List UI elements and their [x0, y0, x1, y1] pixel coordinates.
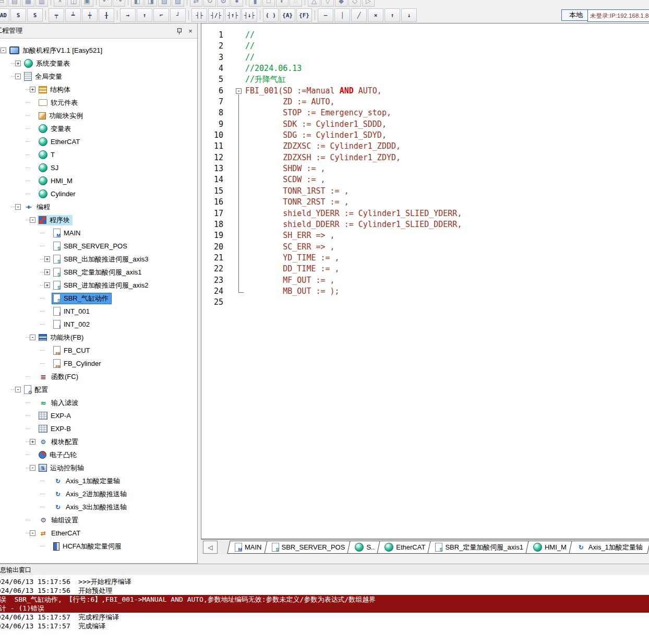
- doc-tab[interactable]: MAIN: [229, 541, 268, 554]
- tree-expander[interactable]: +: [30, 87, 35, 92]
- contact-rising-button[interactable]: ┤↑├: [225, 8, 241, 22]
- delete-element-button[interactable]: ×: [368, 8, 383, 22]
- toolbar-icon[interactable]: ◐: [276, 0, 289, 7]
- tree-item[interactable]: EtherCAT: [0, 135, 197, 148]
- function-instruction-button[interactable]: {F}: [296, 8, 312, 22]
- toolbar-icon[interactable]: ▦: [22, 0, 34, 7]
- toolbar-icon[interactable]: ▨: [172, 0, 184, 7]
- toolbar-icon[interactable]: ↷: [113, 0, 125, 7]
- tree-expander[interactable]: -: [30, 217, 35, 223]
- tree-item[interactable]: MAIN: [0, 226, 197, 240]
- application-instruction-button[interactable]: {A}: [280, 8, 295, 22]
- tree-item[interactable]: EXP-B: [0, 422, 197, 435]
- tree-expander[interactable]: +: [44, 282, 50, 288]
- tree-item[interactable]: -程序块: [0, 213, 197, 226]
- tree-expander[interactable]: -: [1, 47, 6, 53]
- toolbar-icon[interactable]: ◌: [290, 0, 302, 7]
- tree-item[interactable]: -加酸机程序V1.1 [Easy521]: [0, 44, 197, 57]
- doc-tab[interactable]: SBR_定量加酸伺服_axis1: [429, 541, 530, 554]
- lad-editor-button[interactable]: LAD: [0, 8, 9, 22]
- fold-collapse-icon[interactable]: -: [236, 88, 242, 94]
- contact-nc-button[interactable]: ┤/├: [208, 8, 224, 22]
- delete-line-button[interactable]: ╱: [351, 8, 367, 22]
- doc-tab[interactable]: HMI_M: [527, 541, 573, 554]
- tree-expander[interactable]: -: [15, 204, 21, 210]
- tree-item[interactable]: +模块配置: [0, 435, 197, 448]
- tree-item[interactable]: -编程: [0, 200, 197, 213]
- toolbar-icon[interactable]: ↶: [99, 0, 112, 7]
- output-line[interactable]: 2024/06/13 15:17:57 完成编译: [0, 622, 649, 630]
- toolbar-icon[interactable]: ◆: [335, 0, 347, 7]
- toolbar-icon[interactable]: ◨: [145, 0, 157, 7]
- tree-expander[interactable]: -: [30, 465, 35, 471]
- code-editor[interactable]: 1234567891011121314151617181920212223242…: [201, 23, 649, 539]
- toolbar-icon[interactable]: ◇: [348, 0, 361, 7]
- draw-corner-up-button[interactable]: ⌐: [153, 8, 169, 22]
- draw-line-right-button[interactable]: →: [120, 8, 136, 22]
- st-editor-2-button[interactable]: S: [27, 8, 43, 22]
- move-down-button[interactable]: ↓: [401, 8, 417, 22]
- tree-item[interactable]: HMI_M: [0, 174, 197, 187]
- tree-expander[interactable]: +: [30, 439, 35, 445]
- local-mode-button[interactable]: 本地: [561, 9, 591, 21]
- tree-item[interactable]: EXP-A: [0, 409, 197, 422]
- tree-item[interactable]: T: [0, 148, 197, 161]
- insert-rung-above-button[interactable]: ┯: [49, 8, 64, 22]
- tree-expander[interactable]: +: [44, 269, 50, 275]
- tree-expander[interactable]: +: [44, 256, 50, 262]
- doc-tab[interactable]: SBR_SERVER_POS: [266, 541, 352, 554]
- toolbar-icon[interactable]: △: [308, 0, 320, 7]
- toolbar-icon[interactable]: ▥: [35, 0, 48, 7]
- delete-branch-button[interactable]: ╂: [99, 8, 114, 22]
- tree-item[interactable]: INT_002: [0, 318, 197, 331]
- contact-falling-button[interactable]: ┤↓├: [242, 8, 257, 22]
- tree-item[interactable]: +SBR_进加酸推进伺服_axis2: [0, 279, 197, 292]
- tree-item[interactable]: INT_001: [0, 305, 197, 318]
- tree-item[interactable]: -运动控制轴: [0, 461, 197, 474]
- toolbar-icon[interactable]: ▣: [81, 0, 93, 7]
- output-line[interactable]: 合计 - (1)错误: [0, 604, 649, 613]
- tree-item[interactable]: HCFA加酸定量伺服: [0, 540, 197, 553]
- doc-tab[interactable]: S..: [348, 541, 381, 554]
- tree-expander[interactable]: -: [15, 74, 21, 79]
- toolbar-icon[interactable]: ▧: [158, 0, 171, 7]
- tree-item[interactable]: 轴组设置: [0, 514, 197, 527]
- tree-item[interactable]: +SBR_出加酸推进伺服_axis3: [0, 253, 197, 266]
- tree-expander[interactable]: -: [15, 387, 21, 392]
- move-up-button[interactable]: ↑: [384, 8, 400, 22]
- doc-tab[interactable]: Axis_1加酸定量轴: [570, 541, 649, 554]
- tree-item[interactable]: -功能块(FB): [0, 331, 197, 344]
- toolbar-icon[interactable]: ▭: [0, 0, 7, 7]
- output-line[interactable]: 错误 SBR_气缸动作, 【行号:6】,FBI_001->MANUAL AND …: [0, 595, 649, 604]
- tree-item[interactable]: -配置: [0, 383, 197, 396]
- tree-item[interactable]: SBR_气缸动作: [0, 292, 197, 305]
- tree-item[interactable]: Cylinder: [0, 187, 197, 200]
- tree-item[interactable]: 软元件表: [0, 96, 197, 109]
- tree-item[interactable]: 电子凸轮: [0, 448, 197, 461]
- toolbar-icon[interactable]: ×: [54, 0, 66, 7]
- tree-item[interactable]: Axis_3出加酸推送轴: [0, 500, 197, 514]
- toolbar-icon[interactable]: ◧: [131, 0, 143, 7]
- st-editor-1-button[interactable]: S: [10, 8, 26, 22]
- toolbar-icon[interactable]: ▮: [249, 0, 261, 7]
- tree-item[interactable]: 功能块实例: [0, 109, 197, 122]
- toolbar-icon[interactable]: ↻: [203, 0, 216, 7]
- tree-expander[interactable]: +: [15, 61, 21, 66]
- vertical-line-button[interactable]: │: [334, 8, 350, 22]
- tree-expander[interactable]: -: [30, 335, 35, 340]
- pin-icon[interactable]: [174, 27, 184, 35]
- tree-item[interactable]: +结构体: [0, 83, 197, 96]
- tree-item[interactable]: 变量表: [0, 122, 197, 135]
- output-line[interactable]: 2024/06/13 15:17:56 开始预处理: [0, 586, 649, 595]
- close-icon[interactable]: ×: [186, 27, 195, 35]
- tree-item[interactable]: Axis_1加酸定量轴: [0, 474, 197, 487]
- tree-item[interactable]: -EtherCAT: [0, 527, 197, 540]
- tree-item[interactable]: SBR_SERVER_POS: [0, 240, 197, 253]
- insert-branch-button[interactable]: ┿: [82, 8, 98, 22]
- tree-item[interactable]: FB_Cylinder: [0, 357, 197, 370]
- draw-line-up-button[interactable]: ↑: [137, 8, 152, 22]
- horizontal-line-button[interactable]: —: [318, 8, 333, 22]
- toolbar-icon[interactable]: □: [262, 0, 275, 7]
- tree-expander[interactable]: -: [30, 530, 35, 536]
- tree-item[interactable]: 输入滤波: [0, 396, 197, 409]
